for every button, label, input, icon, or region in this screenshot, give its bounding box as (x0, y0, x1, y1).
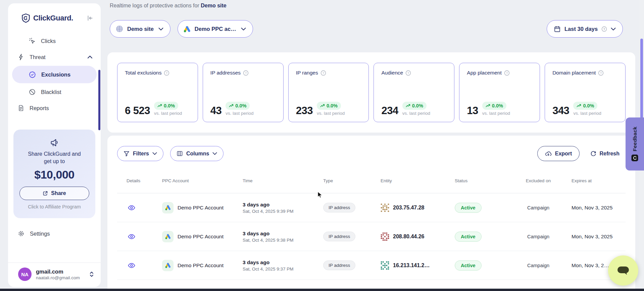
stat-value: 6 523 (125, 105, 150, 116)
chat-bubble-icon (615, 264, 631, 277)
stat-value: 234 (381, 105, 398, 116)
entity-value: 203.75.47.28 (393, 205, 424, 211)
refresh-label: Refresh (599, 151, 620, 157)
ppc-account-name: Demo PPC Account (178, 262, 224, 269)
stat-change-pill: 0.0% (317, 102, 341, 110)
column-header: Status (448, 178, 516, 188)
table-toolbar: Filters Columns Export (117, 146, 626, 161)
stat-change-value: 0.0% (164, 103, 175, 108)
stat-change-value: 0.0% (327, 103, 338, 108)
sidebar-item-label: Blacklist (41, 89, 61, 95)
time-absolute: Sat, Oct 4, 2025 9:38 PM (243, 238, 318, 243)
affiliate-promo-card[interactable]: Share ClickGuard and get up to $10,000 S… (13, 130, 95, 218)
excluded-on-value: Campaign (516, 263, 560, 268)
columns-icon (177, 150, 183, 157)
chevron-down-icon (611, 28, 616, 31)
svg-text:?: ? (603, 28, 605, 31)
stat-change-sub: vs. last period (154, 111, 182, 116)
refresh-button[interactable]: Refresh (587, 146, 623, 161)
details-eye-button[interactable] (128, 263, 154, 268)
stat-change-sub: vs. last period (573, 111, 601, 116)
sidebar-item-reports[interactable]: Reports (8, 100, 101, 116)
ppc-account-selector[interactable]: Demo PPC ac… (178, 20, 253, 38)
exclusions-table-panel: Filters Columns Export (107, 136, 635, 291)
stat-card: IP ranges ? 233 0.0% vs. last period (288, 63, 369, 122)
sidebar-item-blacklist[interactable]: Blacklist (8, 84, 101, 100)
help-icon[interactable]: ? (601, 26, 607, 32)
bottom-edge-bar (0, 289, 644, 291)
sidebar-item-label: Exclusions (41, 71, 70, 78)
user-email: naatali.ro@gmail.com (36, 275, 80, 280)
svg-text:?: ? (245, 71, 247, 75)
sidebar-scrollbar-thumb[interactable] (98, 70, 100, 130)
refresh-icon (590, 151, 596, 157)
svg-text:?: ? (407, 71, 409, 75)
expires-at-value: Mon, Nov 3, 2025 (560, 205, 626, 211)
help-icon[interactable]: ? (405, 70, 411, 76)
columns-label: Columns (186, 151, 209, 157)
stat-label: Total exclusions (125, 70, 161, 76)
column-header: Type (318, 178, 374, 188)
feedback-smiley-icon (631, 154, 638, 161)
help-icon[interactable]: ? (320, 70, 326, 76)
stat-change-value: 0.0% (412, 103, 423, 108)
affiliate-link[interactable]: Click to Affiliate Program (13, 204, 95, 209)
trend-up-icon (229, 104, 234, 107)
help-icon[interactable]: ? (243, 70, 249, 76)
svg-text:?: ? (166, 71, 167, 75)
cursor-click-icon (29, 37, 36, 45)
table-header: Details PPC Account Time Type Entity Sta… (117, 173, 626, 193)
share-label: Share (51, 190, 66, 196)
sidebar-item-settings[interactable]: Settings (8, 226, 101, 242)
filters-button[interactable]: Filters (117, 146, 163, 161)
export-button[interactable]: Export (537, 146, 580, 161)
cloud-download-icon (545, 151, 552, 157)
sidebar-item-clicks[interactable]: Clicks (8, 33, 101, 49)
details-eye-button[interactable] (128, 205, 154, 210)
stat-change-pill: 0.0% (402, 102, 427, 110)
chat-launcher-button[interactable] (608, 255, 638, 286)
promo-text: Share ClickGuard and get up to (13, 150, 95, 165)
sidebar-nav: Clicks Threat Exclusions (8, 33, 101, 116)
select-caret-icon (89, 271, 94, 278)
sidebar-collapse-icon[interactable] (87, 15, 93, 21)
sidebar-item-threat[interactable]: Threat (8, 49, 101, 65)
stat-label: App placement (467, 70, 501, 76)
help-icon[interactable]: ? (598, 70, 604, 76)
status-badge: Active (455, 203, 482, 213)
ppc-account-selector-value: Demo PPC ac… (195, 26, 236, 32)
site-name: Demo site (201, 3, 226, 8)
document-icon (17, 104, 24, 112)
stat-card: Domain placement ? 343 0.0% vs. last per… (545, 63, 626, 122)
columns-button[interactable]: Columns (170, 146, 224, 161)
user-account[interactable]: NA gmail.com naatali.ro@gmail.com (8, 262, 101, 287)
type-badge: IP address (323, 232, 355, 241)
time-absolute: Sat, Oct 4, 2025 9:37 PM (243, 266, 318, 272)
site-selector[interactable]: Demo site (110, 20, 170, 38)
avatar: NA (18, 268, 32, 281)
chevron-down-icon (152, 152, 157, 155)
lightning-icon (17, 53, 24, 61)
trend-up-icon (486, 104, 490, 107)
help-icon[interactable]: ? (504, 70, 510, 76)
column-header: Details (117, 178, 154, 188)
column-header: Time (238, 178, 318, 188)
status-badge: Active (455, 260, 482, 271)
sidebar-item-label: Reports (30, 105, 49, 111)
svg-text:?: ? (600, 71, 602, 75)
share-button[interactable]: Share (19, 187, 89, 200)
svg-text:?: ? (506, 71, 508, 75)
sidebar-item-exclusions[interactable]: Exclusions (12, 66, 97, 83)
help-icon[interactable]: ? (164, 70, 169, 76)
feedback-tab[interactable]: Feedback (626, 117, 644, 171)
site-selector-value: Demo site (127, 26, 154, 32)
entity-value: 16.213.141.2… (393, 262, 430, 269)
stat-change-sub: vs. last period (402, 111, 430, 116)
time-relative: 3 days ago (243, 202, 318, 208)
column-header: Excluded on (516, 178, 560, 188)
date-range-selector[interactable]: Last 30 days ? (547, 20, 623, 38)
stat-change-pill: 0.0% (482, 102, 506, 110)
stat-card: Total exclusions ? 6 523 0.0% vs. last p… (117, 63, 198, 122)
details-eye-button[interactable] (128, 234, 154, 239)
settings-label: Settings (30, 231, 50, 237)
